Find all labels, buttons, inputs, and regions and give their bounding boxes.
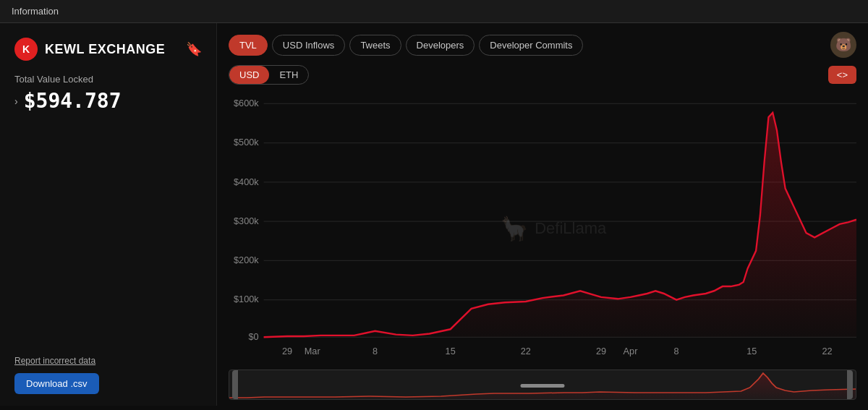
report-incorrect-link[interactable]: Report incorrect data <box>14 356 202 366</box>
avatar: 🐻 <box>830 32 856 58</box>
svg-text:22: 22 <box>822 345 832 356</box>
svg-text:Apr: Apr <box>624 345 638 356</box>
mini-chart-svg <box>229 370 856 400</box>
tab-developers[interactable]: Developers <box>406 35 475 56</box>
currency-group: USD ETH <box>229 65 309 85</box>
tabs-row: TVL USD Inflows Tweets Developers Develo… <box>229 32 856 58</box>
svg-text:29: 29 <box>282 345 292 356</box>
svg-text:8: 8 <box>674 345 679 356</box>
brand-row: K KEWL EXCHANGE 🔖 <box>14 38 202 61</box>
svg-text:15: 15 <box>446 345 456 356</box>
currency-eth[interactable]: ETH <box>269 66 308 84</box>
tab-tvl[interactable]: TVL <box>229 35 268 56</box>
brand-logo-icon: K <box>14 38 38 61</box>
chart-area: $600k $500k $400k $300k $200k $100k $0 2… <box>229 90 856 367</box>
svg-text:15: 15 <box>746 345 757 356</box>
brand-name: KEWL EXCHANGE <box>45 42 165 57</box>
tvl-label: Total Value Locked <box>14 74 202 85</box>
svg-text:$200k: $200k <box>234 255 259 265</box>
svg-text:$300k: $300k <box>234 215 259 226</box>
svg-text:$100k: $100k <box>234 294 259 304</box>
tvl-value-row: › $594.787 <box>14 89 202 113</box>
svg-rect-24 <box>521 384 565 388</box>
mini-chart-handle-right[interactable] <box>847 370 853 399</box>
tvl-value: $594.787 <box>24 89 122 113</box>
right-panel: TVL USD Inflows Tweets Developers Develo… <box>217 23 868 406</box>
svg-text:$500k: $500k <box>234 137 259 148</box>
embed-code-button[interactable]: <> <box>828 66 856 84</box>
svg-text:$400k: $400k <box>234 176 259 187</box>
tab-tweets[interactable]: Tweets <box>349 35 401 56</box>
bookmark-icon[interactable]: 🔖 <box>186 41 202 57</box>
tab-developer-commits[interactable]: Developer Commits <box>479 35 583 56</box>
svg-text:Mar: Mar <box>305 345 320 356</box>
main-chart-svg: $600k $500k $400k $300k $200k $100k $0 2… <box>229 90 856 367</box>
svg-text:22: 22 <box>521 345 531 356</box>
currency-usd[interactable]: USD <box>229 66 269 84</box>
top-bar: Information <box>0 0 868 23</box>
top-bar-label: Information <box>12 6 59 17</box>
tab-usd-inflows[interactable]: USD Inflows <box>272 35 346 56</box>
svg-text:$600k: $600k <box>234 98 259 108</box>
currency-row: USD ETH <> <box>229 65 856 85</box>
svg-text:8: 8 <box>373 345 378 356</box>
main-layout: K KEWL EXCHANGE 🔖 Total Value Locked › $… <box>0 23 868 406</box>
download-csv-button[interactable]: Download .csv <box>14 373 99 394</box>
mini-chart-navigator[interactable] <box>229 370 856 400</box>
expand-icon[interactable]: › <box>14 95 18 107</box>
svg-text:29: 29 <box>596 345 606 356</box>
svg-text:$0: $0 <box>249 331 259 342</box>
left-panel: K KEWL EXCHANGE 🔖 Total Value Locked › $… <box>0 23 217 406</box>
mini-chart-handle-left[interactable] <box>232 370 238 399</box>
